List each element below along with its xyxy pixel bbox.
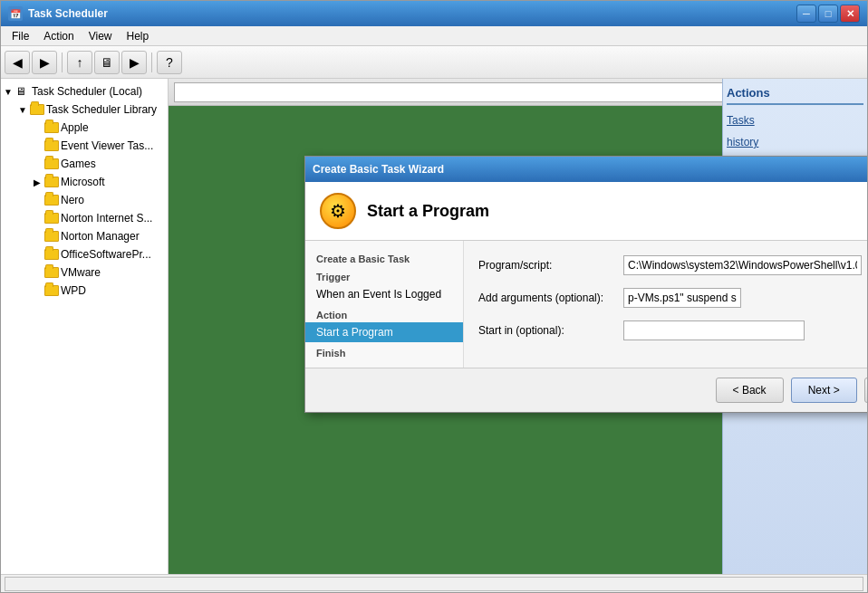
folder-icon <box>44 122 59 133</box>
expand-icon[interactable] <box>30 120 44 135</box>
computer-icon: 🖥 <box>15 85 30 98</box>
args-label: Add arguments (optional): <box>478 292 623 304</box>
cancel-button[interactable]: Cancel <box>864 378 867 403</box>
dialog-header: ⚙ Start a Program <box>305 182 867 241</box>
app-icon: 📅 <box>8 6 23 21</box>
folder-icon <box>44 140 59 151</box>
expand-icon[interactable] <box>30 283 44 298</box>
dialog-form-content: Program/script: Browse... Add arguments … <box>464 241 867 368</box>
sidebar-item-games[interactable]: Games <box>1 155 168 173</box>
expand-icon-root[interactable]: ▼ <box>1 84 15 99</box>
start-input[interactable] <box>623 320 805 340</box>
expand-icon[interactable]: ▶ <box>30 175 44 189</box>
nav-section-create: Create a Basic Task <box>305 248 463 266</box>
title-bar: 📅 Task Scheduler ─ □ ✕ <box>1 1 867 26</box>
next-button[interactable]: Next > <box>791 378 857 403</box>
dialog-footer: < Back Next > Cancel <box>305 368 867 412</box>
sidebar-item-vmware[interactable]: VMware <box>1 263 168 282</box>
expand-icon[interactable] <box>30 157 44 171</box>
form-row-program: Program/script: Browse... <box>478 255 867 275</box>
refresh-button[interactable]: ↑ <box>67 51 92 74</box>
folder-icon <box>44 177 59 187</box>
expand-icon[interactable] <box>30 229 44 244</box>
properties-button[interactable]: 🖥 <box>94 51 120 74</box>
sidebar-item-library[interactable]: ▼ Task Scheduler Library <box>1 100 168 119</box>
folder-icon <box>44 195 59 206</box>
sidebar-item-root[interactable]: ▼ 🖥 Task Scheduler (Local) <box>1 82 168 100</box>
forward-button[interactable]: ▶ <box>32 51 57 74</box>
dialog-titlebar: Create Basic Task Wizard ✕ <box>305 157 867 182</box>
actions-link-history[interactable]: history <box>727 134 863 150</box>
back-button[interactable]: < Back <box>716 378 784 403</box>
nav-section-trigger: Trigger <box>305 266 463 284</box>
menu-bar: File Action View Help <box>1 26 867 46</box>
help-button[interactable]: ? <box>157 51 182 74</box>
run-button[interactable]: ▶ <box>121 51 147 74</box>
main-window: 📅 Task Scheduler ─ □ ✕ File Action View … <box>0 0 868 593</box>
close-button[interactable]: ✕ <box>840 5 860 23</box>
expand-icon-library[interactable]: ▼ <box>15 102 30 117</box>
nav-item-trigger-event[interactable]: When an Event Is Logged <box>305 284 463 304</box>
wizard-icon: ⚙ <box>320 193 356 229</box>
start-label: Start in (optional): <box>478 324 623 337</box>
start-field <box>623 320 867 340</box>
form-row-args: Add arguments (optional): <box>478 288 867 308</box>
expand-icon[interactable] <box>30 265 44 280</box>
program-input[interactable] <box>623 255 862 275</box>
expand-icon[interactable] <box>30 211 44 225</box>
sidebar-label: Norton Manager <box>61 230 140 243</box>
sidebar-label: Event Viewer Tas... <box>61 139 153 152</box>
sidebar-item-microsoft[interactable]: ▶ Microsoft <box>1 173 168 191</box>
toolbar-separator-1 <box>62 53 63 72</box>
horizontal-scrollbar[interactable] <box>5 577 863 591</box>
folder-icon <box>44 249 59 260</box>
folder-icon <box>44 267 59 278</box>
menu-view[interactable]: View <box>82 28 120 44</box>
sidebar-label: WPD <box>61 284 86 297</box>
args-field <box>623 288 867 308</box>
window-controls: ─ □ ✕ <box>796 5 860 23</box>
menu-action[interactable]: Action <box>36 28 81 44</box>
minimize-button[interactable]: ─ <box>796 5 816 23</box>
nav-item-start-program[interactable]: Start a Program <box>305 322 463 342</box>
expand-icon[interactable] <box>30 193 44 207</box>
menu-help[interactable]: Help <box>120 28 157 44</box>
sidebar-item-officesoftware[interactable]: OfficeSoftwarePr... <box>1 245 168 263</box>
expand-icon[interactable] <box>30 139 44 153</box>
dialog-body: Create a Basic Task Trigger When an Even… <box>305 241 867 368</box>
folder-icon <box>44 285 59 296</box>
sidebar-item-apple[interactable]: Apple <box>1 119 168 137</box>
sidebar-root-label: Task Scheduler (Local) <box>32 85 142 98</box>
sidebar-label: VMware <box>61 266 101 279</box>
sidebar-library-label: Task Scheduler Library <box>46 103 157 116</box>
actions-link-tasks[interactable]: Tasks <box>727 112 863 129</box>
sidebar-item-event-viewer[interactable]: Event Viewer Tas... <box>1 137 168 155</box>
maximize-button[interactable]: □ <box>818 5 838 23</box>
sidebar-label: Microsoft <box>61 176 105 188</box>
nav-section-finish: Finish <box>305 342 463 360</box>
dialog-header-title: Start a Program <box>367 202 489 221</box>
sidebar: ▼ 🖥 Task Scheduler (Local) ▼ Task Schedu… <box>1 79 169 574</box>
folder-icon <box>44 158 59 169</box>
sidebar-item-norton-internet[interactable]: Norton Internet S... <box>1 209 168 227</box>
sidebar-label: Nero <box>61 194 84 206</box>
expand-icon[interactable] <box>30 247 44 262</box>
dialog-nav: Create a Basic Task Trigger When an Even… <box>305 241 464 368</box>
program-label: Program/script: <box>478 259 623 272</box>
main-area: ▼ 🖥 Task Scheduler (Local) ▼ Task Schedu… <box>1 79 867 574</box>
sidebar-item-nero[interactable]: Nero <box>1 191 168 209</box>
actions-title: Actions <box>727 86 863 105</box>
sidebar-label: Games <box>61 158 96 170</box>
window-title: Task Scheduler <box>28 7 108 20</box>
args-input[interactable] <box>623 288 741 308</box>
back-button[interactable]: ◀ <box>5 51 30 74</box>
sidebar-item-wpd[interactable]: WPD <box>1 282 168 300</box>
form-row-start: Start in (optional): <box>478 320 867 340</box>
program-field: Browse... <box>623 255 867 275</box>
sidebar-item-norton-manager[interactable]: Norton Manager <box>1 227 168 245</box>
menu-file[interactable]: File <box>5 28 36 44</box>
nav-section-action: Action <box>305 304 463 322</box>
dialog-title: Create Basic Task Wizard <box>313 163 444 176</box>
sidebar-label: Apple <box>61 121 89 134</box>
content-area: Actions Tasks history Create Basic Task … <box>169 79 867 574</box>
